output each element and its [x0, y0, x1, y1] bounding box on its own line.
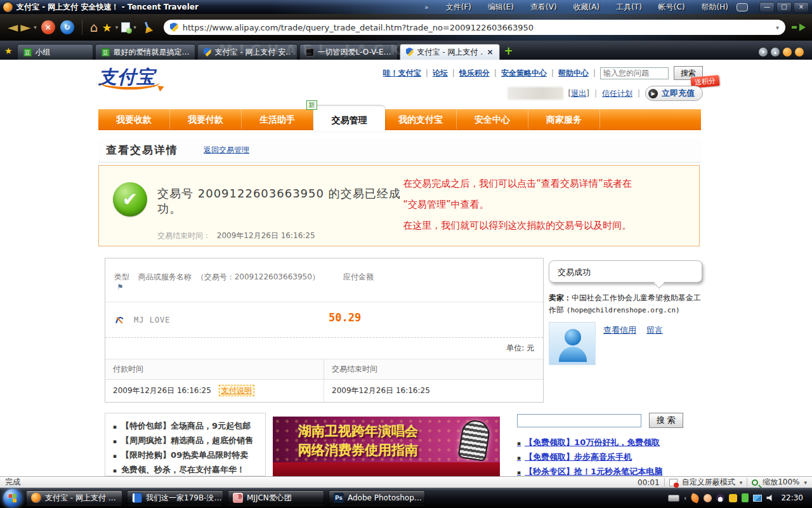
link-security-center[interactable]: 安全策略中心	[501, 68, 547, 79]
avatar-person-icon	[565, 329, 581, 345]
favorites-button[interactable]: ★	[102, 21, 112, 34]
footer-search-button[interactable]: 搜 索	[649, 413, 683, 428]
flag-icon[interactable]: ⚑	[117, 283, 125, 291]
url-text[interactable]: https://www.alipay.com/trade/query_trade…	[183, 23, 772, 32]
tutorial-note: 在交易完成之后，我们可以点击“查看交易详情”或者在 “交易管理”中查看。 在这里…	[403, 173, 691, 246]
footer-link-2[interactable]: 【免费领取】步步高音乐手机	[517, 450, 702, 465]
nav-pay-money[interactable]: 我要付款	[170, 109, 242, 129]
nav-receive-money[interactable]: 我要收款	[98, 109, 170, 129]
promo-link-1[interactable]: 【特价包邮】全场商品，9元起包邮	[113, 419, 265, 434]
pay-time-cell: 2009年12月26日 16:16:25 支付说明	[105, 380, 324, 402]
new-tab-button[interactable]: +	[504, 44, 513, 57]
skin-button-1[interactable]	[783, 48, 792, 57]
window-controls: — □ ×	[759, 2, 809, 12]
forward-button[interactable]: ►	[20, 18, 30, 37]
link-points[interactable]: 快乐积分	[459, 68, 490, 79]
network-icon[interactable]	[753, 495, 762, 502]
home-button[interactable]: ⌂	[90, 20, 98, 35]
stop-button[interactable]: ×	[41, 20, 55, 34]
tab-close-icon[interactable]: ×	[487, 48, 493, 57]
link-help-center[interactable]: 帮助中心	[558, 68, 589, 79]
tt-cat-tray-icon[interactable]	[729, 494, 737, 502]
payment-note-link[interactable]: 支付说明	[219, 385, 254, 396]
footer-ad-banner[interactable]: 湖南卫视跨年演唱会 网络消费券使用指南	[273, 417, 500, 476]
messenger-tray-icon[interactable]	[704, 494, 712, 502]
history-page-dropdown-icon[interactable]: ▾	[133, 24, 136, 30]
go-button-bar	[792, 26, 797, 29]
menu-view[interactable]: 查看(V)	[522, 2, 565, 13]
nav-security-center[interactable]: 安全中心	[457, 109, 528, 129]
status-timer: 00:01	[638, 478, 660, 487]
link-forum[interactable]: 论坛	[433, 68, 448, 79]
menu-tools[interactable]: 工具(T)	[608, 2, 650, 13]
clean-broom-icon[interactable]	[140, 20, 155, 34]
nav-trade-management[interactable]: 交易管理	[313, 106, 385, 131]
volume-icon[interactable]	[766, 494, 775, 502]
maximize-button[interactable]: □	[776, 2, 792, 12]
message-icon[interactable]	[737, 3, 748, 11]
promo-link-3[interactable]: 【限时抢购】09热卖单品限时特卖	[113, 448, 265, 463]
nav-merchant-services[interactable]: 商家服务	[528, 109, 600, 129]
link-wow-alipay[interactable]: 哇！支付宝	[383, 68, 421, 79]
nav-life-helper[interactable]: 生活助手	[242, 109, 313, 129]
zoom-dropdown-icon[interactable]: ▾	[804, 479, 807, 486]
menu-account[interactable]: 帐号(C)	[650, 2, 693, 13]
start-button[interactable]	[3, 489, 22, 507]
block-mode-label[interactable]: 自定义屏蔽模式	[682, 477, 735, 488]
banner-line1: 湖南卫视跨年演唱会	[298, 422, 418, 441]
back-to-trade-management-link[interactable]: 返回交易管理	[204, 145, 249, 156]
tab-love[interactable]: 一切皆因爱L-O-V-E…	[299, 44, 398, 60]
menu-favorites[interactable]: 收藏(A)	[565, 2, 608, 13]
power-plug-icon[interactable]	[742, 493, 749, 502]
skin-button-2[interactable]	[795, 48, 804, 57]
footer-link-1[interactable]: 【免费领取】10万份好礼，免费领取	[517, 436, 702, 450]
tab-alipay-1[interactable]: 支付宝 - 网上支付 安…	[197, 44, 298, 60]
butterfly-tray-icon[interactable]	[690, 493, 701, 504]
menu-file[interactable]: 文件(F)	[438, 2, 480, 13]
history-dropdown-icon[interactable]: ▾	[34, 24, 37, 30]
block-mode-dropdown-icon[interactable]: ▾	[740, 479, 743, 486]
taskbar-item-video[interactable]: 我们这一家179B-没…	[127, 490, 223, 505]
trust-plan-link[interactable]: 信任计划	[602, 88, 632, 99]
tab-xiaozu[interactable]: 豆 小组	[17, 44, 93, 60]
taskbar-item-photoshop[interactable]: Ps Adobe Photoshop…	[329, 490, 425, 505]
scroll-down-button[interactable]: ▾	[759, 48, 768, 57]
footer-link-3[interactable]: 【秒杀专区】抢！1元秒杀笔记本电脑	[517, 465, 702, 476]
logout-link[interactable]: 退出	[571, 89, 586, 98]
zoom-level-label[interactable]: 缩放100%	[763, 477, 799, 488]
view-credit-link[interactable]: 查看信用	[603, 324, 636, 365]
menu-overflow-chevron-icon[interactable]: »	[424, 3, 429, 11]
nav-my-alipay[interactable]: 我的支付宝	[385, 109, 457, 129]
tray-expand-chevron-icon[interactable]: ‹	[684, 494, 686, 502]
menu-help[interactable]: 帮助(H)	[693, 2, 737, 13]
tab-favorites-star-icon[interactable]: ★	[4, 46, 13, 56]
address-bar[interactable]: https://www.alipay.com/trade/query_trade…	[164, 20, 785, 35]
recharge-button[interactable]: ▶ 立即充值	[645, 86, 703, 101]
photoshop-icon: Ps	[334, 493, 344, 503]
go-button[interactable]	[799, 23, 806, 31]
question-search-input[interactable]	[600, 67, 669, 79]
minimize-button[interactable]: —	[759, 2, 775, 12]
menu-edit[interactable]: 编辑(E)	[480, 2, 522, 13]
taskbar-item-mjjcn[interactable]: MJJCN爱心团	[228, 490, 324, 505]
leave-message-link[interactable]: 留言	[646, 324, 663, 365]
back-button[interactable]: ◄	[8, 18, 18, 37]
url-dropdown-icon[interactable]: ▾	[776, 24, 779, 31]
close-button[interactable]: ×	[794, 2, 809, 12]
scroll-up-button[interactable]: ▴	[771, 48, 780, 57]
tab-alipay-active[interactable]: 支付宝 - 网上支付 … ×	[400, 44, 500, 60]
taskbar-clock[interactable]: 22:30	[781, 493, 803, 502]
tt-browser-icon	[31, 493, 41, 503]
footer-search-input[interactable]	[517, 414, 641, 427]
favorites-dropdown-icon[interactable]: ▾	[115, 24, 119, 30]
qq-penguin-tray-icon[interactable]	[716, 494, 724, 502]
history-page-icon[interactable]	[121, 22, 130, 32]
seller-avatar	[549, 322, 596, 365]
promo-link-4[interactable]: 免费领、秒杀，尽在支付嘉年华！	[113, 463, 265, 476]
taskbar-item-alipay[interactable]: 支付宝 - 网上支付 …	[26, 490, 122, 505]
times-table: 付款时间 交易结束时间 2009年12月26日 16:16:25 支付说明 20…	[105, 359, 543, 402]
tab-aiqing[interactable]: 豆 最好的爱情就是搞定…	[95, 44, 195, 60]
promo-link-2[interactable]: 【周周疯抢】精选商品，超底价销售	[113, 434, 265, 448]
refresh-button[interactable]: ↻	[60, 20, 74, 34]
keyboard-ime-icon[interactable]	[668, 495, 679, 502]
